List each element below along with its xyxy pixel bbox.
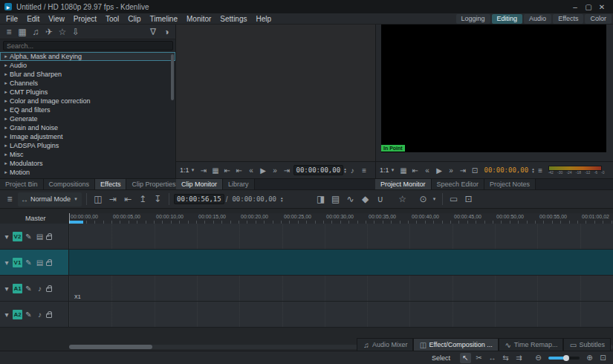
menu-project[interactable]: Project bbox=[69, 13, 101, 25]
edit-track-icon[interactable]: ✎ bbox=[24, 257, 33, 268]
zone-mode-icon[interactable]: ⊡ bbox=[462, 192, 476, 206]
timeline-settings-icon[interactable]: ≡ bbox=[3, 192, 16, 206]
zoom-in-icon[interactable]: ⊕ bbox=[584, 353, 595, 363]
volume-icon[interactable]: ♪ bbox=[347, 165, 358, 176]
effect-category-blur[interactable]: ▸Blur and Sharpen bbox=[0, 70, 175, 79]
clip-monitor-timecode[interactable]: 00:00:00,00 bbox=[293, 165, 344, 175]
go-to-start-icon[interactable]: ⇤ bbox=[234, 165, 245, 176]
download-effects-icon[interactable]: ⇩ bbox=[69, 25, 82, 39]
scrollbar-thumb[interactable] bbox=[171, 54, 174, 100]
track-lane-v1[interactable] bbox=[69, 250, 613, 275]
effect-category-eq[interactable]: ▸EQ and filters bbox=[0, 105, 175, 114]
track-target-badge[interactable]: A2 bbox=[13, 310, 22, 319]
workspace-audio[interactable]: Audio bbox=[524, 14, 551, 24]
monitor-menu-icon[interactable]: ≡ bbox=[359, 165, 370, 176]
timecode-spinner[interactable]: ▴▾ bbox=[281, 196, 283, 202]
zoom-fit-icon[interactable]: ⊡ bbox=[597, 353, 609, 363]
track-header-a1[interactable]: ▾ A1 ✎ ♪ bbox=[0, 276, 69, 301]
speaker-icon[interactable]: ♪ bbox=[35, 283, 45, 294]
zoom-slider-handle[interactable] bbox=[563, 355, 569, 361]
video-thumbnails-icon[interactable]: ▤ bbox=[35, 231, 45, 242]
track-lane-v2[interactable] bbox=[69, 224, 613, 249]
search-input[interactable] bbox=[3, 41, 173, 51]
select-tool-icon[interactable]: ↖ bbox=[460, 353, 471, 363]
effect-category-channels[interactable]: ▸Channels bbox=[0, 79, 175, 88]
slip-tool-icon[interactable]: ⇆ bbox=[500, 353, 511, 363]
monitor-zoom-select[interactable]: 1:1▾ bbox=[178, 165, 198, 176]
tab-project-bin[interactable]: Project Bin bbox=[0, 179, 44, 189]
chevron-down-icon[interactable]: ▾ bbox=[2, 309, 11, 320]
edit-track-icon[interactable]: ✎ bbox=[24, 231, 33, 242]
go-to-end-icon[interactable]: ⇥ bbox=[458, 165, 469, 176]
fast-forward-icon[interactable]: » bbox=[446, 165, 457, 176]
audio-mixer-icon[interactable]: ♫ bbox=[29, 25, 42, 39]
play-icon[interactable]: ▶ bbox=[258, 165, 269, 176]
monitor-menu-icon[interactable]: ≡ bbox=[535, 165, 546, 176]
mixed-streams-icon[interactable]: ◨ bbox=[314, 192, 328, 206]
effect-category-color[interactable]: ▸Color and Image correction bbox=[0, 97, 175, 105]
track-target-badge[interactable]: V1 bbox=[13, 258, 22, 267]
rewind-icon[interactable]: « bbox=[246, 165, 257, 176]
effect-category-ladspa[interactable]: ▸LADSPA Plugins bbox=[0, 141, 175, 150]
effect-category-modulators[interactable]: ▸Modulators bbox=[0, 159, 175, 168]
edit-mode-select[interactable]: ↔ Normal Mode ▾ bbox=[18, 192, 82, 207]
menu-file[interactable]: File bbox=[1, 13, 22, 25]
ripple-tool-icon[interactable]: ⇉ bbox=[513, 353, 525, 363]
effect-category-motion[interactable]: ▸Motion bbox=[0, 168, 175, 177]
menu-help[interactable]: Help bbox=[252, 13, 276, 25]
zoom-out-icon[interactable]: ⊖ bbox=[533, 353, 544, 363]
edit-track-icon[interactable]: ✎ bbox=[24, 283, 33, 294]
show-markers-icon[interactable]: ◆ bbox=[359, 192, 372, 206]
timeline-ruler[interactable]: 00:00:00,00 00:00:05,00 00:00:10,00 00:0… bbox=[69, 213, 613, 224]
master-effects-button[interactable]: Master bbox=[22, 215, 49, 222]
tab-clip-properties[interactable]: Clip Properties bbox=[126, 179, 181, 189]
menu-settings[interactable]: Settings bbox=[215, 13, 251, 25]
lock-icon[interactable] bbox=[46, 235, 52, 240]
track-header-v1[interactable]: ▾ V1 ✎ ▤ bbox=[0, 250, 69, 275]
spin-down-icon[interactable]: ▾ bbox=[281, 199, 283, 202]
video-thumbnails-icon[interactable]: ▤ bbox=[35, 257, 45, 268]
effect-category-image[interactable]: ▸Image adjustment bbox=[0, 132, 175, 141]
snap-icon[interactable]: ∪ bbox=[374, 192, 387, 206]
go-to-end-icon[interactable]: ⇥ bbox=[282, 165, 293, 176]
tab-subtitles[interactable]: ▭Subtitles bbox=[563, 338, 611, 351]
speaker-icon[interactable]: ♪ bbox=[35, 309, 45, 320]
workspace-logging[interactable]: Logging bbox=[456, 14, 490, 24]
tab-library[interactable]: Library bbox=[223, 179, 255, 189]
effect-category-cmt[interactable]: ▸CMT Plugins bbox=[0, 88, 175, 97]
insert-zone-icon[interactable]: ⇥ bbox=[106, 192, 120, 206]
razor-tool-icon[interactable]: ✂ bbox=[473, 353, 484, 363]
save-icon[interactable]: ▦ bbox=[16, 25, 29, 39]
menu-edit[interactable]: Edit bbox=[22, 13, 44, 25]
maximize-button[interactable]: ▢ bbox=[582, 1, 595, 12]
audio-thumbnails-icon[interactable]: ∿ bbox=[344, 192, 357, 206]
tab-audio-mixer[interactable]: ♫Audio Mixer bbox=[357, 338, 414, 351]
track-target-badge[interactable]: A1 bbox=[13, 284, 22, 293]
spin-down-icon[interactable]: ▾ bbox=[532, 170, 534, 173]
rewind-icon[interactable]: « bbox=[422, 165, 433, 176]
lock-icon[interactable] bbox=[46, 287, 52, 292]
workspace-editing[interactable]: Editing bbox=[492, 14, 523, 24]
workspace-color[interactable]: Color bbox=[585, 14, 612, 24]
video-thumbnails-icon[interactable]: ▤ bbox=[329, 192, 343, 206]
menu-timeline[interactable]: Timeline bbox=[146, 13, 182, 25]
track-lane-a2[interactable] bbox=[69, 302, 613, 327]
lock-icon[interactable] bbox=[46, 261, 52, 266]
track-header-a2[interactable]: ▾ A2 ✎ ♪ bbox=[0, 302, 69, 327]
close-button[interactable]: ✕ bbox=[595, 1, 609, 12]
minimize-button[interactable]: – bbox=[568, 1, 582, 12]
mix-clips-icon[interactable]: ◫ bbox=[91, 192, 105, 206]
tab-project-monitor[interactable]: Project Monitor bbox=[375, 179, 432, 189]
timecode-spinner[interactable]: ▴▾ bbox=[344, 167, 346, 173]
project-monitor-display[interactable]: In Point bbox=[381, 25, 606, 152]
tab-time-remap[interactable]: ∿Time Remap... bbox=[499, 338, 564, 351]
insert-zone-icon[interactable]: ⇥ bbox=[198, 165, 210, 176]
clip-monitor-display[interactable] bbox=[176, 25, 375, 161]
fast-forward-icon[interactable]: » bbox=[270, 165, 281, 176]
tab-project-notes[interactable]: Project Notes bbox=[484, 179, 536, 189]
favorite-effects-icon[interactable]: ☆ bbox=[396, 192, 409, 206]
monitor-zoom-select[interactable]: 1:1▾ bbox=[378, 165, 398, 176]
menu-view[interactable]: View bbox=[44, 13, 69, 25]
thumbnail-style-icon[interactable]: ▭ bbox=[447, 192, 461, 206]
grid-icon[interactable]: ▦ bbox=[210, 165, 221, 176]
